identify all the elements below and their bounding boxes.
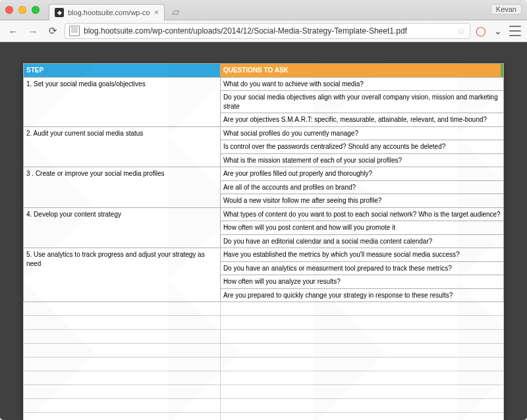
questions-cell: Are your profiles filled out properly an… [220,167,503,208]
step-cell: 5. Use analytics to track progress and a… [24,248,221,302]
bookmark-star-icon[interactable]: ☆ [457,26,466,36]
pdf-viewer[interactable]: STEP QUESTIONS TO ASK 1. Set your social… [0,42,527,420]
profile-badge[interactable]: Kevan [491,4,522,14]
question-text: Would a new visitor follow me after seei… [221,194,503,207]
tab-favicon-icon: ◆ [55,8,64,17]
empty-row [24,371,504,385]
empty-cell [24,357,221,371]
reload-button[interactable]: ⟳ [45,23,61,39]
empty-cell [220,357,503,371]
empty-row [24,344,504,357]
empty-cell [220,344,503,357]
window-controls [5,6,40,14]
empty-cell [220,371,503,385]
tab-close-button[interactable]: × [154,8,159,16]
question-text: Are you prepared to quickly change your … [221,288,503,302]
empty-row [24,357,504,371]
window-zoom-button[interactable] [32,6,40,14]
table-row: 1. Set your social media goals/objective… [24,77,504,126]
empty-cell [220,399,503,413]
question-text: Are all of the accounts and profiles on … [221,180,503,194]
empty-cell [24,413,221,421]
empty-row [24,385,504,399]
pocket-icon[interactable]: ⌄ [491,24,505,38]
browser-window: ◆ blog.hootsuite.com/wp-co × ▱ Kevan ← →… [0,0,527,420]
questions-cell: What do you want to achieve with social … [220,77,503,126]
url-text: blog.hootsuite.com/wp-content/uploads/20… [84,26,455,36]
header-accent-edge [501,64,503,77]
header-step: STEP [24,64,221,78]
toolbar: ← → ⟳ blog.hootsuite.com/wp-content/uplo… [0,20,527,42]
forward-button[interactable]: → [25,23,41,39]
empty-cell [24,330,221,344]
extension-icon[interactable]: ◯ [474,24,487,38]
empty-cell [24,344,221,357]
pdf-page: STEP QUESTIONS TO ASK 1. Set your social… [23,63,504,420]
window-minimize-button[interactable] [18,6,26,14]
empty-row [24,399,504,413]
empty-row [24,413,504,421]
empty-cell [24,371,221,385]
question-text: What social profiles do you currently ma… [221,127,503,140]
back-button[interactable]: ← [5,23,21,39]
tab-title: blog.hootsuite.com/wp-co [68,9,150,16]
questions-cell: What types of content do you want to pos… [220,207,503,248]
empty-cell [220,316,503,330]
question-text: Do your social media objectives align wi… [221,90,503,113]
address-bar[interactable]: blog.hootsuite.com/wp-content/uploads/20… [65,23,470,39]
header-questions: QUESTIONS TO ASK [220,64,503,78]
table-row: 4. Develop your content strategyWhat typ… [24,207,504,248]
question-text: What types of content do you want to pos… [221,208,503,221]
question-text: Are your profiles filled out properly an… [221,167,503,180]
header-questions-label: QUESTIONS TO ASK [223,66,289,74]
new-tab-button[interactable]: ▱ [169,6,183,18]
window-close-button[interactable] [5,6,13,14]
empty-row [24,302,504,316]
question-text: How often will you post content and how … [221,221,503,234]
empty-cell [220,413,503,421]
question-text: What is the mission statement of each of… [221,153,503,167]
empty-cell [24,385,221,399]
empty-cell [24,316,221,330]
question-text: Have you established the metrics by whic… [221,248,503,261]
step-cell: 4. Develop your content strategy [24,207,221,248]
question-text: Is control over the passwords centralize… [221,140,503,153]
menu-button[interactable] [509,24,522,38]
question-text: Do you have an analytics or measurment t… [221,261,503,275]
tab-strip: ◆ blog.hootsuite.com/wp-co × ▱ Kevan [0,0,527,20]
step-cell: 1. Set your social media goals/objective… [24,77,221,126]
questions-cell: Have you established the metrics by whic… [220,248,503,302]
hamburger-icon [509,25,521,37]
empty-cell [220,330,503,344]
table-header-row: STEP QUESTIONS TO ASK [24,64,504,78]
step-cell: 2. Audit your current social media statu… [24,126,221,167]
empty-cell [220,302,503,316]
question-text: What do you want to achieve with social … [221,78,503,91]
table-row: 5. Use analytics to track progress and a… [24,248,504,302]
table-row: 2. Audit your current social media statu… [24,126,504,167]
page-icon [69,26,80,36]
empty-cell [24,302,221,316]
empty-cell [24,399,221,413]
browser-tab[interactable]: ◆ blog.hootsuite.com/wp-co × [49,4,165,20]
question-text: Do you have an editorial calendar and a … [221,234,503,248]
questions-cell: What social profiles do you currently ma… [220,126,503,167]
question-text: How often will you analyze your results? [221,275,503,288]
strategy-table: STEP QUESTIONS TO ASK 1. Set your social… [23,63,504,420]
step-cell: 3 . Create or improve your social media … [24,167,221,208]
question-text: Are your objectives S.M.A.R.T: specific,… [221,113,503,126]
empty-row [24,330,504,344]
empty-cell [220,385,503,399]
empty-row [24,316,504,330]
table-row: 3 . Create or improve your social media … [24,167,504,208]
